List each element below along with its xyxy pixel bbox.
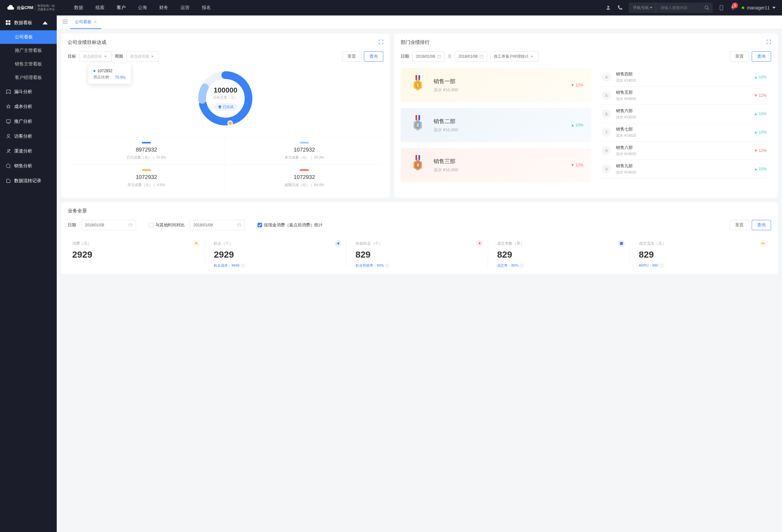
overview-date1[interactable]: 2018/01/08 — [81, 220, 136, 230]
overview-card: 业务全景 日期 2018/01/08 与其他时间对比 2018/01/08 — [61, 202, 778, 274]
podium-item[interactable]: 3 销售三部流水 ¥10,900 ▼ 12% — [401, 148, 592, 182]
sidebar-item-渠道分析[interactable]: 渠道分析 — [0, 144, 57, 158]
reset-button[interactable]: 重置 — [730, 220, 749, 230]
target-select[interactable]: 请选择目标 — [79, 51, 111, 62]
date-from-input[interactable]: 2018/01/08 — [412, 51, 445, 62]
achieved-badge: 已达成 — [214, 103, 237, 111]
top-nav-item[interactable]: 客户 — [117, 5, 126, 11]
cloud-icon — [6, 4, 15, 11]
sidebar: 数据看板 公司看板推广主管看板销售主管看板客户经理看板 漏斗分析成本分析推广分析… — [0, 15, 57, 532]
rank-row[interactable]: 9销售九部流水 ¥19020▲ 10% — [597, 160, 771, 178]
svg-rect-7 — [8, 23, 10, 25]
top-header: 云朵CRM 教育机构一站式服务云平台 数据线索客户公海财务运营报名 手机号码 5… — [0, 0, 782, 15]
sidebar-item[interactable]: 销售主管看板 — [0, 58, 57, 71]
tab-company-board[interactable]: 公司看板 × — [70, 15, 101, 29]
chevron-down-icon — [531, 56, 533, 58]
query-button[interactable]: 查询 — [752, 220, 771, 230]
reset-button[interactable]: 重置 — [342, 51, 361, 62]
top-nav-item[interactable]: 公海 — [138, 5, 147, 11]
svg-rect-4 — [6, 20, 8, 22]
podium-item[interactable]: 2 销售二部流水 ¥10,900 ▲ 10% — [401, 108, 592, 142]
overview-date2[interactable]: 2018/01/08 — [190, 220, 245, 230]
rank-row[interactable]: 7销售七部流水 ¥19020▲ 10% — [597, 123, 771, 142]
period-select[interactable]: 请选择周期 — [127, 51, 158, 62]
nav-icon — [6, 149, 11, 154]
notification-button[interactable]: 5 — [730, 4, 736, 11]
rank-row[interactable]: 4销售四部流水 ¥19020▲ 10% — [597, 68, 771, 86]
rank-row[interactable]: 5销售五部流水 ¥19020▼ 12% — [597, 86, 771, 105]
calendar-icon — [237, 223, 241, 227]
chart-tooltip: 1072932 所占比例：70.9% — [88, 64, 131, 84]
sidebar-item[interactable]: 客户经理看板 — [0, 71, 57, 84]
rank-row[interactable]: 6销售六部流水 ¥19020▲ 10% — [597, 105, 771, 123]
sidebar-group-dashboard[interactable]: 数据看板 — [0, 15, 57, 30]
sidebar-item[interactable]: 推广主管看板 — [0, 44, 57, 58]
top-nav-item[interactable]: 财务 — [159, 5, 168, 11]
logo[interactable]: 云朵CRM 教育机构一站式服务云平台 — [6, 4, 55, 11]
top-nav-item[interactable]: 数据 — [74, 5, 83, 11]
chevron-down-icon — [104, 56, 107, 58]
status-dot — [742, 6, 744, 9]
rank-row[interactable]: 8销售八部流水 ¥19020▼ 12% — [597, 142, 771, 160]
search-type-select[interactable]: 手机号码 — [629, 3, 656, 13]
user-menu[interactable]: manager11 — [742, 5, 776, 10]
chevron-down-icon — [650, 6, 652, 9]
stat-cell: 1072932未完成量（元）｜ 20.9% — [225, 137, 383, 165]
nav-icon — [6, 119, 11, 124]
nav-icon — [6, 134, 11, 139]
calendar-icon — [479, 55, 484, 58]
user-icon[interactable] — [605, 5, 611, 11]
metric-tile: 有效机会（个） 829机会有效率：80%? — [351, 240, 488, 268]
expand-button[interactable] — [379, 40, 383, 45]
card-title: 业务全景 — [68, 208, 87, 214]
tab-collapse-button[interactable] — [60, 17, 70, 27]
search-button[interactable] — [701, 3, 713, 13]
sidebar-item-推广分析[interactable]: 推广分析 — [0, 114, 57, 129]
notification-badge: 5 — [732, 3, 738, 8]
svg-rect-12 — [437, 55, 441, 58]
sidebar-item-漏斗分析[interactable]: 漏斗分析 — [0, 84, 57, 99]
calendar-icon — [437, 55, 441, 58]
sidebar-item-访客分析[interactable]: 访客分析 — [0, 129, 57, 144]
svg-text:2: 2 — [417, 122, 419, 127]
top-nav-item[interactable]: 报名 — [202, 5, 211, 11]
query-button[interactable]: 查询 — [752, 51, 771, 62]
dashboard-icon — [6, 20, 11, 26]
donut-label: 目标总量（元） — [213, 95, 238, 100]
svg-text:3: 3 — [417, 163, 419, 167]
stat-cell: 1072932应完成量（元）｜ 8.9% — [68, 165, 225, 192]
compare-checkbox[interactable]: 与其他时间对比 — [149, 222, 185, 228]
medal-icon: 2 — [409, 115, 426, 135]
sidebar-item-销售分析[interactable]: 销售分析 — [0, 158, 57, 174]
sidebar-item-成本分析[interactable]: 成本分析 — [0, 99, 57, 114]
svg-rect-6 — [6, 23, 8, 25]
logo-text: 云朵CRM — [17, 5, 33, 11]
query-button[interactable]: 查询 — [364, 51, 383, 62]
svg-rect-5 — [8, 20, 10, 22]
svg-rect-13 — [480, 55, 484, 58]
nav-icon — [6, 178, 11, 183]
top-nav-item[interactable]: 线索 — [96, 5, 104, 11]
sidebar-item-数据流转记录[interactable]: 数据流转记录 — [0, 174, 57, 188]
cash-checkbox[interactable]: 按现金消费（返点后消费）统计 — [257, 222, 323, 228]
filter-label-period: 周期 — [115, 54, 123, 59]
filter-label-date: 日期 — [68, 222, 76, 228]
donut-value: 100000 — [214, 86, 237, 95]
tab-bar: 公司看板 × — [57, 15, 782, 29]
nav-icon — [6, 164, 11, 169]
mobile-icon[interactable] — [718, 5, 724, 11]
expand-button[interactable] — [767, 40, 771, 45]
date-to-input[interactable]: 2018/01/08 — [455, 51, 487, 62]
sidebar-item[interactable]: 公司看板 — [0, 30, 57, 44]
phone-icon[interactable] — [617, 5, 623, 11]
metric-icon — [193, 240, 200, 247]
search-input[interactable] — [656, 5, 701, 10]
reset-button[interactable]: 重置 — [730, 51, 749, 62]
top-nav-item[interactable]: 运营 — [180, 5, 189, 11]
podium-item[interactable]: 1 销售一部流水 ¥10,900 ▼ 12% — [401, 68, 592, 102]
search-group: 手机号码 — [629, 3, 713, 13]
stat-by-select[interactable]: 按工单客户经理统计 — [490, 51, 539, 62]
close-icon[interactable]: × — [94, 19, 97, 25]
main-content: 公司看板 × 公司业绩目标达成 目标 请选择目标 — [57, 15, 782, 532]
medal-icon: 1 — [409, 75, 426, 95]
